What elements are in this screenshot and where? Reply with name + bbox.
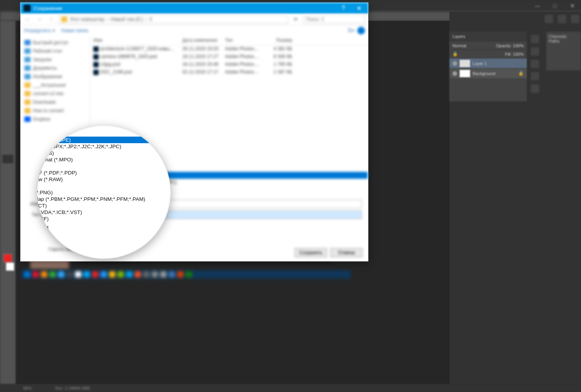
frame-tool-icon[interactable] xyxy=(2,79,13,87)
panel-icon[interactable] xyxy=(531,72,539,80)
path-tool-icon[interactable] xyxy=(2,209,13,217)
breadcrumb[interactable]: Этот компьютер› Новый том (D:)› 3 xyxy=(58,15,288,24)
channels-tab[interactable]: Channels xyxy=(548,34,579,39)
breadcrumb-item[interactable]: Новый том (D:) xyxy=(111,17,143,22)
stamp-tool-icon[interactable] xyxy=(2,122,13,131)
sidebar-item[interactable]: Изображения xyxy=(22,72,88,81)
sidebar-item[interactable]: convert-v2-into xyxy=(22,89,88,98)
col-date[interactable]: Дата изменения xyxy=(179,36,222,45)
taskbar-app-icon[interactable] xyxy=(152,271,158,277)
nav-up-icon[interactable]: ↑ xyxy=(47,15,55,24)
nav-back-icon[interactable]: ← xyxy=(24,15,32,24)
hand-tool-icon[interactable] xyxy=(2,231,13,239)
move-tool-icon[interactable] xyxy=(2,25,13,33)
format-option[interactable]: Multi-Picture Format (*.MPO) xyxy=(37,156,171,163)
cancel-button[interactable]: Отмена xyxy=(330,248,363,257)
taskbar-app-icon[interactable] xyxy=(84,271,90,277)
dodge-tool-icon[interactable] xyxy=(2,176,13,185)
lock-icons[interactable]: 🔒 xyxy=(452,51,458,56)
format-option[interactable]: JPEG Stereo (*.JPS) xyxy=(37,150,171,156)
eraser-tool-icon[interactable] xyxy=(2,144,13,152)
view-options-icon[interactable]: ☰▾ xyxy=(348,28,354,33)
history-brush-tool-icon[interactable] xyxy=(2,133,13,142)
window-maximize-button[interactable]: □ xyxy=(546,0,564,12)
search-input[interactable] xyxy=(303,15,365,24)
pen-tool-icon[interactable] xyxy=(2,187,13,196)
taskbar-app-icon[interactable] xyxy=(135,271,141,277)
taskbar-app-icon[interactable] xyxy=(101,271,107,277)
taskbar-app-icon[interactable] xyxy=(58,271,64,277)
refresh-icon[interactable]: ⟳ xyxy=(291,15,300,24)
sidebar-item[interactable]: Рабочий стол xyxy=(22,47,88,55)
panel-icon[interactable] xyxy=(531,84,539,93)
dialog-close-button[interactable]: ✕ xyxy=(351,3,367,14)
taskbar-app-icon[interactable] xyxy=(92,271,98,277)
file-row[interactable]: v2jpg.psd18.11.2020 15:48Adobe Photoshop… xyxy=(90,61,368,68)
sidebar-item[interactable]: Dropbox xyxy=(22,115,88,123)
sidebar-item[interactable]: Быстрый доступ xyxy=(22,38,88,47)
taskbar-app-icon[interactable] xyxy=(186,271,192,277)
paths-tab[interactable]: Paths xyxy=(548,39,579,43)
taskbar-app-icon[interactable] xyxy=(33,271,39,277)
save-button[interactable]: Сохранить xyxy=(295,248,327,257)
foreground-color-swatch[interactable] xyxy=(3,254,12,262)
format-option[interactable]: Pixar (*.PXR) xyxy=(37,183,171,189)
format-option[interactable]: PNG (*.PNG;*.PNG) xyxy=(37,189,171,196)
sidebar-item[interactable]: How to convert xyxy=(22,106,88,115)
sidebar-item[interactable]: Документы xyxy=(22,64,88,72)
brush-tool-icon[interactable] xyxy=(2,111,13,120)
wand-tool-icon[interactable] xyxy=(2,57,13,66)
blur-tool-icon[interactable] xyxy=(2,166,13,174)
format-option[interactable]: Photoshop Raw (*.RAW) xyxy=(37,176,171,183)
taskbar-app-icon[interactable] xyxy=(24,271,30,277)
layer-row[interactable]: Background 🔒 xyxy=(449,68,527,78)
heal-tool-icon[interactable] xyxy=(2,101,13,109)
breadcrumb-item[interactable]: Этот компьютер xyxy=(70,17,105,22)
background-color-swatch[interactable] xyxy=(6,262,14,271)
blend-mode-dropdown[interactable]: Normal xyxy=(452,43,466,48)
help-icon[interactable] xyxy=(357,27,365,34)
format-option[interactable]: Targa (*.TGA;*.VDA;*.ICB;*.VST) xyxy=(37,209,171,216)
breadcrumb-item[interactable]: 3 xyxy=(149,17,152,22)
col-name[interactable]: Имя xyxy=(90,36,179,45)
format-option[interactable]: TIFF (*.TIF;*.TIFF) xyxy=(37,216,171,222)
taskbar-app-icon[interactable] xyxy=(118,271,124,277)
marquee-tool-icon[interactable] xyxy=(2,36,13,44)
gradient-tool-icon[interactable] xyxy=(2,155,13,163)
taskbar-app-icon[interactable] xyxy=(143,271,149,277)
workspace-icon[interactable] xyxy=(571,15,579,23)
eyedropper-tool-icon[interactable] xyxy=(2,90,13,98)
taskbar-app-icon[interactable] xyxy=(41,271,47,277)
visibility-icon[interactable] xyxy=(452,61,457,66)
format-option[interactable]: PCX (*.PCX) xyxy=(37,163,171,169)
taskbar-app-icon[interactable] xyxy=(109,271,115,277)
lasso-tool-icon[interactable] xyxy=(2,46,13,55)
taskbar-app-icon[interactable] xyxy=(67,271,73,277)
file-row[interactable]: DSC_2198.psd02.12.2020 17:17Adobe Photos… xyxy=(90,68,368,76)
layer-name[interactable]: Layer 1 xyxy=(473,61,487,66)
panel-icon[interactable] xyxy=(531,60,539,68)
organize-button[interactable]: Упорядочить ▾ xyxy=(24,28,55,33)
crop-tool-icon[interactable] xyxy=(2,68,13,77)
nav-forward-icon[interactable]: → xyxy=(35,15,44,24)
dialog-help-button[interactable]: ? xyxy=(336,3,351,14)
sidebar-item[interactable]: Downloads xyxy=(22,98,88,106)
format-option[interactable]: Scitex CT (*.SCT) xyxy=(37,202,171,209)
col-type[interactable]: Тип xyxy=(222,36,264,45)
layers-tab[interactable]: Layers xyxy=(449,32,527,41)
panel-icon[interactable] xyxy=(531,47,539,56)
sidebar-item[interactable]: ___Актуальное xyxy=(22,81,88,89)
shape-tool-icon[interactable] xyxy=(2,220,13,228)
search-icon[interactable] xyxy=(545,15,553,23)
new-folder-button[interactable]: Новая папка xyxy=(61,28,88,33)
file-row[interactable]: architecture-1136877_1920-новый-штрих.ps… xyxy=(90,45,368,53)
panel-icon[interactable] xyxy=(531,35,539,43)
zoom-tool-icon[interactable] xyxy=(2,241,13,250)
file-row[interactable]: camera-1868976_1920.psd18.11.2020 17:27A… xyxy=(90,53,368,61)
taskbar-app-icon[interactable] xyxy=(177,271,183,277)
taskbar-app-icon[interactable] xyxy=(169,271,175,277)
col-size[interactable]: Размер xyxy=(264,36,295,45)
taskbar-app-icon[interactable] xyxy=(160,271,166,277)
layer-name[interactable]: Background xyxy=(473,71,495,76)
format-option[interactable]: Portable Bit Map (*.PBM;*.PGM;*.PPM;*.PN… xyxy=(37,196,171,202)
